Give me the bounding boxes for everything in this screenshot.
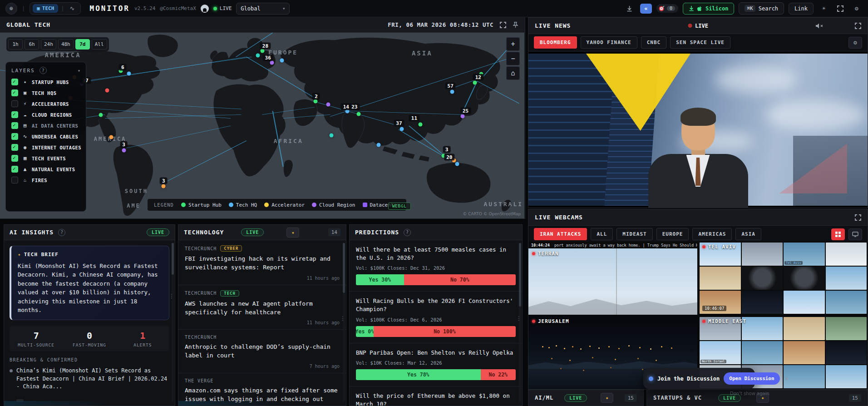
- yes-bar[interactable]: Yes 30%: [356, 274, 404, 285]
- ai-summarize-button[interactable]: ✦: [601, 393, 613, 403]
- cluster-count-badge[interactable]: 11: [409, 115, 419, 122]
- help-icon[interactable]: ?: [404, 229, 411, 236]
- layer-toggle-row[interactable]: ☁ CLOUD REGIONS: [11, 111, 80, 118]
- webcam-filter-tab[interactable]: EUROPE: [656, 228, 689, 240]
- layer-toggle-row[interactable]: ⚡ ACCELERATORS: [11, 100, 80, 107]
- zoom-in-button[interactable]: +: [506, 37, 520, 51]
- dont-show-again-link[interactable]: Don't show again: [730, 391, 769, 396]
- cluster-count-badge[interactable]: 25: [460, 108, 471, 114]
- link-button[interactable]: Link: [789, 3, 814, 15]
- webcam-tehran[interactable]: 10:44:24 port anxiously await a way back…: [528, 242, 697, 315]
- scrollbar-thumb[interactable]: [172, 243, 174, 275]
- webcam-tile[interactable]: [826, 243, 867, 266]
- collapse-icon[interactable]: ▾: [78, 68, 80, 73]
- no-bar[interactable]: No 70%: [404, 274, 516, 285]
- time-filter-button[interactable]: 24h: [41, 39, 56, 50]
- layer-checkbox[interactable]: [11, 155, 18, 162]
- fullscreen-button[interactable]: [834, 3, 846, 14]
- home-view-button[interactable]: ⌂: [506, 66, 520, 80]
- webcam-tile[interactable]: Tel Aviv: [784, 243, 825, 266]
- grid-view-button[interactable]: [831, 228, 845, 240]
- layer-checkbox[interactable]: [11, 177, 18, 183]
- map-marker-dot[interactable]: [280, 58, 284, 62]
- prediction-item[interactable]: Will there be at least 7500 measles case…: [350, 240, 522, 292]
- map-attribution[interactable]: © CARTO © OpenStreetMap: [463, 212, 521, 216]
- expand-webcams-icon[interactable]: [855, 214, 861, 221]
- map-marker-dot[interactable]: [326, 103, 330, 107]
- map-marker-dot[interactable]: [127, 72, 131, 76]
- news-source-tab[interactable]: SEN SPACE LIVE: [670, 36, 730, 49]
- map-marker-dot[interactable]: [376, 143, 380, 147]
- map-marker-dot[interactable]: [256, 54, 260, 58]
- layer-toggle-row[interactable]: ◉ INTERNET OUTAGES: [11, 144, 80, 151]
- webcam-tile[interactable]: [784, 341, 825, 364]
- mute-icon[interactable]: [815, 23, 823, 29]
- layer-checkbox[interactable]: [11, 144, 18, 151]
- close-icon[interactable]: ×: [785, 375, 789, 382]
- prediction-item[interactable]: BNP Paribas Open: Ben Shelton vs Reilly …: [350, 343, 522, 386]
- layer-toggle-row[interactable]: ♨ FIRES: [11, 177, 80, 183]
- map-marker-dot[interactable]: [109, 135, 113, 139]
- time-filter-button[interactable]: All: [92, 39, 107, 50]
- news-item[interactable]: TECHCRUNCH TECH AWS launches a new AI ag…: [178, 285, 346, 330]
- webcam-tile[interactable]: [784, 365, 825, 388]
- scrollbar[interactable]: [519, 243, 521, 402]
- time-filter-button[interactable]: 1h: [8, 39, 23, 50]
- scrollbar-thumb[interactable]: [343, 243, 345, 293]
- github-icon[interactable]: [201, 5, 209, 13]
- scrollbar-thumb[interactable]: [519, 243, 521, 307]
- layer-checkbox[interactable]: [11, 166, 18, 173]
- rewind-button[interactable]: «: [640, 4, 652, 14]
- webcam-tile[interactable]: [784, 267, 825, 290]
- open-discussion-button[interactable]: Open Discussion: [724, 372, 779, 385]
- layer-toggle-row[interactable]: ▲ NATURAL EVENTS: [11, 166, 80, 173]
- search-button[interactable]: ⌘K Search: [739, 2, 784, 15]
- news-source-tab[interactable]: YAHOO FINANCE: [581, 36, 637, 49]
- map-marker-dot[interactable]: [329, 134, 333, 138]
- time-filter-button[interactable]: 7d: [75, 39, 90, 50]
- help-icon[interactable]: ?: [39, 67, 47, 74]
- webcam-tel-aviv[interactable]: Tel Aviv TEL AVIV 10:46:07: [699, 242, 868, 315]
- webcam-filter-tab[interactable]: MIDEAST: [616, 228, 652, 240]
- cluster-count-badge[interactable]: 57: [445, 82, 456, 89]
- webcam-filter-tab[interactable]: IRAN ATTACKS: [534, 228, 587, 240]
- map-marker-dot[interactable]: [162, 184, 166, 188]
- map-marker-dot[interactable]: [473, 80, 477, 84]
- map-marker-dot[interactable]: [399, 127, 404, 131]
- map-marker-dot[interactable]: [314, 99, 318, 103]
- layers-header[interactable]: LAYERS ? ▾: [11, 67, 80, 74]
- expand-news-icon[interactable]: [855, 23, 861, 29]
- map-marker-dot[interactable]: [455, 162, 459, 166]
- news-item[interactable]: TECHCRUNCH CYBER FBI investigating hack …: [178, 240, 346, 285]
- cluster-count-badge[interactable]: 3: [443, 146, 451, 153]
- globe-icon[interactable]: ⊕: [5, 3, 17, 15]
- webcam-tile[interactable]: North Israel: [700, 341, 741, 364]
- cluster-count-badge[interactable]: 37: [394, 119, 404, 126]
- layer-toggle-row[interactable]: ✦ STARTUP HUBS: [11, 79, 80, 85]
- webcam-tile[interactable]: [742, 341, 783, 364]
- layer-toggle-row[interactable]: ∿ UNDERSEA CABLES: [11, 133, 80, 140]
- cluster-count-badge[interactable]: 2: [312, 93, 320, 99]
- pin-icon[interactable]: [513, 22, 518, 28]
- prediction-item[interactable]: Will the price of Ethereum be above $1,8…: [350, 386, 522, 406]
- download-button[interactable]: [624, 3, 636, 14]
- expand-map-icon[interactable]: [500, 22, 506, 28]
- webcam-tile[interactable]: [742, 267, 783, 290]
- help-icon[interactable]: ?: [58, 229, 65, 236]
- tab-tech-mode[interactable]: ▣ TECH: [33, 4, 58, 13]
- drag-handle-icon[interactable]: ⋮: [169, 293, 174, 299]
- world-map[interactable]: AMERICAEUROPEASIAAFRICAAMERICASOUTHAMEAU…: [0, 33, 524, 219]
- news-source-tab[interactable]: CNBC: [641, 36, 667, 49]
- drag-handle-icon[interactable]: ⋮: [516, 315, 522, 322]
- alerts-button[interactable]: 0: [656, 4, 678, 13]
- single-view-button[interactable]: [848, 228, 862, 240]
- map-marker-dot[interactable]: [99, 113, 103, 117]
- layer-checkbox[interactable]: [11, 79, 18, 85]
- cluster-count-badge[interactable]: 23: [349, 104, 360, 110]
- no-bar[interactable]: No 100%: [374, 326, 516, 337]
- time-filter-button[interactable]: 6h: [25, 39, 39, 50]
- layer-checkbox[interactable]: [11, 89, 18, 96]
- cluster-count-badge[interactable]: 20: [444, 153, 454, 160]
- webcam-tile[interactable]: [826, 365, 867, 388]
- layer-checkbox[interactable]: [11, 122, 18, 129]
